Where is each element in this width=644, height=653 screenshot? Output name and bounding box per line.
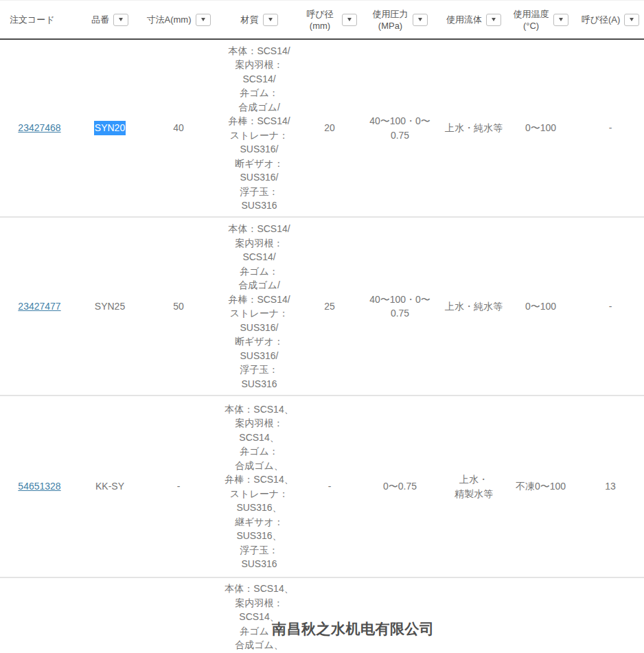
dimension-a-cell: 40 [141,40,216,216]
order-code-link[interactable]: 23427468 [18,121,60,135]
nominal-diameter-mm-cell [302,578,357,653]
products-table: 注文コード 品番 寸法A(mm) 材質 呼び径(mm) 使用圧力 (MPa) [0,1,644,653]
pressure-cell [357,578,443,653]
header-label-pressure: 使用圧力 (MPa) [373,8,409,32]
fluid-cell: 上水・純水等 [443,40,505,216]
part-number-selected-text: SYN20 [94,121,126,135]
chevron-down-icon [119,18,123,21]
pressure-cell: 40〜100・0〜 0.75 [357,218,443,395]
part-number-cell [79,578,141,653]
material-cell: 本体：SCS14、 案内羽根： SCS14、 弁ゴム： 合成ゴム、 [216,578,302,653]
product-table-screen: 注文コード 品番 寸法A(mm) 材質 呼び径(mm) 使用圧力 (MPa) [0,0,644,653]
header-cell-nominal-diameter-a: 呼び径(A) [577,1,644,38]
header-label-part-number: 品番 [91,14,109,25]
temperature-cell: 不凍0〜100 [505,396,577,577]
chevron-down-icon [347,18,352,21]
nominal-diameter-a-cell: - [577,218,644,395]
nominal-diameter-a-cell: - [577,40,644,216]
dimension-a-cell: - [141,396,216,577]
header-label-temperature: 使用温度 (°C) [514,8,549,32]
header-cell-temperature: 使用温度 (°C) [505,1,577,38]
temperature-cell: 0〜100 [505,218,577,395]
dimension-a-cell: 50 [141,218,216,395]
nominal-diameter-a-cell: 13 [577,396,644,577]
pressure-filter-button[interactable] [413,14,428,26]
header-cell-part-number: 品番 [79,1,141,38]
order-code-cell: 54651328 [0,396,79,577]
part-number-cell: KK-SY [79,396,141,577]
part-number-cell: SYN20 [79,40,141,216]
nominal-diameter-mm-filter-button[interactable] [342,14,357,26]
part-number-filter-button[interactable] [113,14,128,26]
table-row: 本体：SCS14、 案内羽根： SCS14、 弁ゴム： 合成ゴム、 [0,578,644,653]
temperature-cell [505,578,577,653]
dimension-a-cell [141,578,216,653]
nominal-diameter-mm-cell: 25 [302,218,357,395]
nominal-diameter-a-cell [577,578,644,653]
header-label-nominal-diameter-a: 呼び径(A) [582,14,621,25]
header-cell-fluid: 使用流体 [443,1,505,38]
dimension-a-filter-button[interactable] [196,14,211,26]
order-code-link[interactable]: 23427477 [18,299,60,314]
nominal-diameter-mm-cell: 20 [302,40,357,216]
pressure-cell: 40〜100・0〜 0.75 [357,40,443,216]
header-cell-order-code: 注文コード [0,1,79,38]
material-cell: 本体：SCS14/ 案内羽根： SCS14/ 弁ゴム： 合成ゴム/ 弁棒：SCS… [216,218,302,395]
part-number-cell: SYN25 [79,218,141,395]
chevron-down-icon [492,18,496,21]
table-row: 23427468 SYN20 40 本体：SCS14/ 案内羽根： SCS14/… [0,40,644,218]
order-code-cell [0,578,79,653]
chevron-down-icon [418,18,422,21]
header-cell-nominal-diameter-mm: 呼び径(mm) [302,1,357,38]
order-code-link[interactable]: 54651328 [18,479,60,494]
material-cell: 本体：SCS14/ 案内羽根： SCS14/ 弁ゴム： 合成ゴム/ 弁棒：SCS… [216,40,302,216]
fluid-filter-button[interactable] [486,14,501,26]
header-label-dimension-a: 寸法A(mm) [147,14,192,25]
temperature-cell: 0〜100 [505,40,577,216]
header-label-fluid: 使用流体 [446,14,482,25]
chevron-down-icon [559,18,563,21]
fluid-cell [443,578,505,653]
nominal-diameter-mm-cell: - [302,396,357,577]
material-filter-button[interactable] [263,14,278,26]
chevron-down-icon [268,18,273,21]
pressure-cell: 0〜0.75 [357,396,443,577]
header-cell-dimension-a: 寸法A(mm) [141,1,216,38]
order-code-cell: 23427468 [0,40,79,216]
header-cell-material: 材質 [216,1,302,38]
table-row: 54651328 KK-SY - 本体：SCS14、 案内羽根： SCS14、 … [0,396,644,578]
header-label-material: 材質 [241,14,259,25]
table-row: 23427477 SYN25 50 本体：SCS14/ 案内羽根： SCS14/… [0,218,644,396]
header-label-order-code: 注文コード [10,14,55,25]
chevron-down-icon [630,18,634,21]
fluid-cell: 上水・純水等 [443,218,505,395]
header-cell-pressure: 使用圧力 (MPa) [357,1,443,38]
chevron-down-icon [201,18,205,21]
order-code-cell: 23427477 [0,218,79,395]
header-label-nominal-diameter-mm: 呼び径(mm) [302,8,338,32]
table-header-row: 注文コード 品番 寸法A(mm) 材質 呼び径(mm) 使用圧力 (MPa) [0,1,644,40]
fluid-cell: 上水・ 精製水等 [443,396,505,577]
nominal-diameter-a-filter-button[interactable] [624,14,639,26]
material-cell: 本体：SCS14、 案内羽根： SCS14、 弁ゴム： 合成ゴム、 弁棒：SCS… [216,396,302,577]
temperature-filter-button[interactable] [553,14,568,26]
